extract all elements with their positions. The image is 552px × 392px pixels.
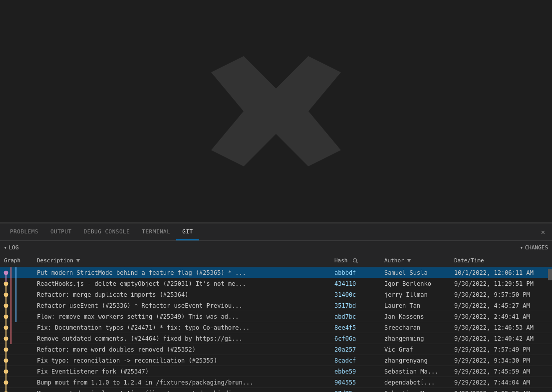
commit-rows-container: Put modern StrictMode behind a feature f… — [0, 267, 552, 392]
table-row[interactable]: Bump mout from 1.1.0 to 1.2.4 in /fixtur… — [0, 377, 552, 388]
svg-point-28 — [4, 337, 8, 341]
col-header-date: Date/Time — [452, 257, 552, 264]
svg-point-5 — [4, 271, 8, 275]
svg-point-25 — [4, 326, 8, 330]
log-bar: ▾ LOG ▾ CHANGES — [0, 240, 552, 254]
panel-area: PROBLEMS OUTPUT DEBUG CONSOLE TERMINAL G… — [0, 222, 552, 392]
table-row[interactable]: ReactHooks.js - delete emptyObject (#250… — [0, 278, 552, 289]
chevron-down-icon-changes: ▾ — [520, 245, 523, 250]
table-row[interactable]: Fix EventListener fork (#25347)ebbe59Seb… — [0, 366, 552, 377]
author-cell: zhangenming — [382, 335, 452, 342]
description-cell: Fix: Documentation typos (#24471) * fix:… — [35, 324, 332, 331]
description-cell: Bump mout from 1.1.0 to 1.2.4 in /fixtur… — [35, 379, 332, 386]
table-row[interactable]: Refactor: more word doubles removed (#25… — [0, 344, 552, 355]
hash-cell: 97d75a — [332, 390, 382, 392]
editor-area — [0, 0, 552, 222]
svg-point-14 — [4, 293, 8, 297]
author-filter-icon[interactable] — [406, 258, 412, 264]
date-cell: 9/29/2022, 7:45:59 AM — [452, 368, 552, 375]
svg-point-0 — [353, 258, 356, 262]
hash-cell: ebbe59 — [332, 368, 382, 375]
graph-cell — [0, 388, 35, 392]
table-row[interactable]: Move react_dom implementation files to r… — [0, 388, 552, 392]
description-cell: Refactor: more word doubles removed (#25… — [35, 346, 332, 353]
description-cell: Refactor useEvent (#25336) * Refactor us… — [35, 302, 332, 309]
description-filter-icon[interactable] — [75, 258, 81, 264]
tab-output[interactable]: OUTPUT — [44, 223, 78, 240]
col-header-graph: Graph — [0, 257, 35, 264]
description-cell: Flow: remove max_workers setting (#25349… — [35, 313, 332, 320]
date-cell: 9/29/2022, 7:57:49 PM — [452, 346, 552, 353]
git-log-header: Graph Description Hash — [0, 254, 552, 267]
git-log-table[interactable]: Graph Description Hash — [0, 254, 552, 392]
author-cell: Sebastian Ma... — [382, 390, 452, 392]
date-cell: 9/29/2022, 7:44:04 AM — [452, 379, 552, 386]
col-graph-label: Graph — [4, 257, 20, 264]
hash-cell: abd7bc — [332, 313, 382, 320]
tab-problems[interactable]: PROBLEMS — [4, 223, 44, 240]
graph-cell — [0, 278, 35, 289]
chevron-down-icon: ▾ — [4, 245, 6, 250]
date-cell: 9/30/2022, 4:45:27 AM — [452, 302, 552, 309]
table-row[interactable]: Refactor useEvent (#25336) * Refactor us… — [0, 300, 552, 311]
hash-cell: 6cf06a — [332, 335, 382, 342]
table-row[interactable]: Fix typo: reconcilation -> reconciliatio… — [0, 355, 552, 366]
description-cell: Remove outdated comments. (#24464) fixed… — [35, 335, 332, 342]
changes-section-label[interactable]: ▾ CHANGES — [520, 244, 548, 251]
hash-cell: 8ee4f5 — [332, 324, 382, 331]
author-cell: Vic Graf — [382, 346, 452, 353]
date-cell: 9/30/2022, 12:40:42 AM — [452, 335, 552, 342]
changes-label-text: CHANGES — [525, 244, 548, 251]
graph-cell — [0, 289, 35, 300]
col-date-label: Date/Time — [454, 257, 484, 264]
close-panel-button[interactable]: ✕ — [538, 227, 548, 237]
author-cell: Samuel Susla — [382, 269, 452, 276]
graph-cell — [0, 322, 35, 333]
author-cell: Igor Berlenko — [382, 280, 452, 287]
description-cell: Put modern StrictMode behind a feature f… — [35, 269, 332, 276]
author-cell: Lauren Tan — [382, 302, 452, 309]
svg-point-34 — [4, 370, 8, 374]
table-row[interactable]: Refactor: merge duplicate imports (#2536… — [0, 289, 552, 300]
hash-cell: 904555 — [332, 379, 382, 386]
author-cell: Jan Kassens — [382, 313, 452, 320]
hash-cell: 3517bd — [332, 302, 382, 309]
date-cell: 9/30/2022, 11:29:51 PM — [452, 280, 552, 287]
log-section-label[interactable]: ▾ LOG — [4, 244, 18, 251]
table-row[interactable]: Flow: remove max_workers setting (#25349… — [0, 311, 552, 322]
col-header-author: Author — [382, 257, 452, 264]
description-cell: Fix EventListener fork (#25347) — [35, 368, 332, 375]
graph-cell — [0, 300, 35, 311]
tab-terminal[interactable]: TERMINAL — [136, 223, 176, 240]
table-row[interactable]: Fix: Documentation typos (#24471) * fix:… — [0, 322, 552, 333]
svg-point-30 — [4, 348, 8, 352]
svg-point-32 — [4, 359, 8, 363]
graph-cell — [0, 267, 35, 278]
author-cell: jerry-Illman — [382, 291, 452, 298]
date-cell: 10/1/2022, 12:06:11 AM — [452, 269, 552, 276]
tab-git[interactable]: GIT — [176, 223, 199, 240]
table-row[interactable]: Put modern StrictMode behind a feature f… — [0, 267, 552, 278]
graph-cell — [0, 355, 35, 366]
hash-cell: 434110 — [332, 280, 382, 287]
author-cell: dependabot[... — [382, 379, 452, 386]
graph-cell — [0, 311, 35, 322]
hash-cell: abbbdf — [332, 269, 382, 276]
hash-cell: 20a257 — [332, 346, 382, 353]
date-cell: 9/29/2022, 9:34:30 PM — [452, 357, 552, 364]
tab-debug-console[interactable]: DEBUG CONSOLE — [78, 223, 136, 240]
description-cell: ReactHooks.js - delete emptyObject (#250… — [35, 280, 332, 287]
col-author-label: Author — [384, 257, 404, 264]
graph-cell — [0, 366, 35, 377]
table-row[interactable]: Remove outdated comments. (#24464) fixed… — [0, 333, 552, 344]
author-cell: Sebastian Ma... — [382, 368, 452, 375]
date-cell: 9/30/2022, 9:57:50 PM — [452, 291, 552, 298]
hash-search-icon[interactable] — [352, 257, 359, 264]
svg-point-18 — [4, 304, 8, 308]
svg-point-10 — [4, 282, 8, 286]
vscode-logo — [211, 46, 341, 176]
log-label-text: LOG — [8, 244, 18, 251]
graph-cell — [0, 344, 35, 355]
col-hash-label: Hash — [334, 257, 348, 264]
col-header-hash: Hash — [332, 257, 382, 264]
